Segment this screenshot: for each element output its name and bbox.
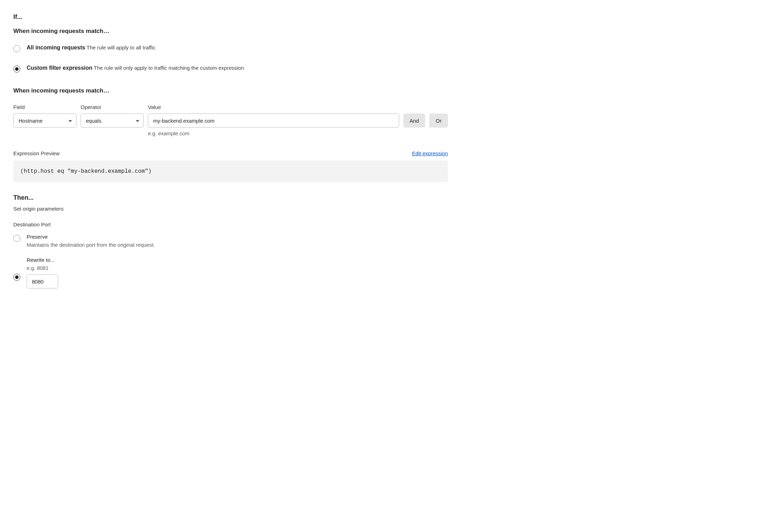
match-subheading: When incoming requests match…: [13, 28, 448, 35]
value-input[interactable]: [148, 114, 399, 128]
edit-expression-link[interactable]: Edit expression: [412, 150, 448, 156]
and-button[interactable]: And: [403, 114, 425, 128]
rewrite-hint: e.g. 8081: [27, 265, 58, 271]
when-match-heading: When incoming requests match…: [13, 87, 448, 94]
radio-custom-expression[interactable]: [13, 66, 20, 73]
radio-all-title: All incoming requests: [27, 45, 85, 50]
expression-preview-label: Expression Preview: [13, 150, 60, 156]
preserve-desc: Maintains the destination port from the …: [27, 242, 155, 248]
then-heading: Then...: [13, 194, 448, 202]
radio-rewrite[interactable]: [13, 274, 20, 281]
field-select[interactable]: Hostname: [13, 114, 76, 128]
or-button[interactable]: Or: [429, 114, 448, 128]
destination-port-label: Destination Port: [13, 221, 448, 227]
rewrite-title: Rewrite to...: [27, 257, 58, 263]
expression-row: Field Hostname Operator equals: [13, 104, 448, 136]
dest-option-rewrite[interactable]: Rewrite to... e.g. 8081: [13, 257, 448, 288]
preserve-title: Preserve: [27, 234, 155, 240]
radio-preserve[interactable]: [13, 235, 20, 242]
value-label: Value: [148, 104, 399, 110]
dest-option-preserve[interactable]: Preserve Maintains the destination port …: [13, 234, 448, 248]
operator-label: Operator: [81, 104, 144, 110]
match-scope-radio-group: All incoming requests The rule will appl…: [13, 45, 448, 73]
operator-select[interactable]: equals: [81, 114, 144, 128]
radio-custom-title: Custom filter expression: [27, 65, 93, 71]
expression-preview-code: (http.host eq "my-backend.example.com"): [13, 161, 448, 182]
radio-option-all-requests[interactable]: All incoming requests The rule will appl…: [13, 45, 448, 52]
radio-all-requests[interactable]: [13, 45, 20, 52]
radio-all-desc: The rule will apply to all traffic: [87, 45, 155, 50]
if-heading: If...: [13, 13, 448, 21]
field-label: Field: [13, 104, 76, 110]
then-subtitle: Set origin parameters: [13, 206, 448, 212]
value-hint: e.g. example.com: [148, 130, 399, 136]
radio-custom-desc: The rule will only apply to traffic matc…: [94, 65, 244, 71]
radio-option-custom-expression[interactable]: Custom filter expression The rule will o…: [13, 65, 448, 73]
rewrite-port-input[interactable]: [27, 274, 58, 288]
